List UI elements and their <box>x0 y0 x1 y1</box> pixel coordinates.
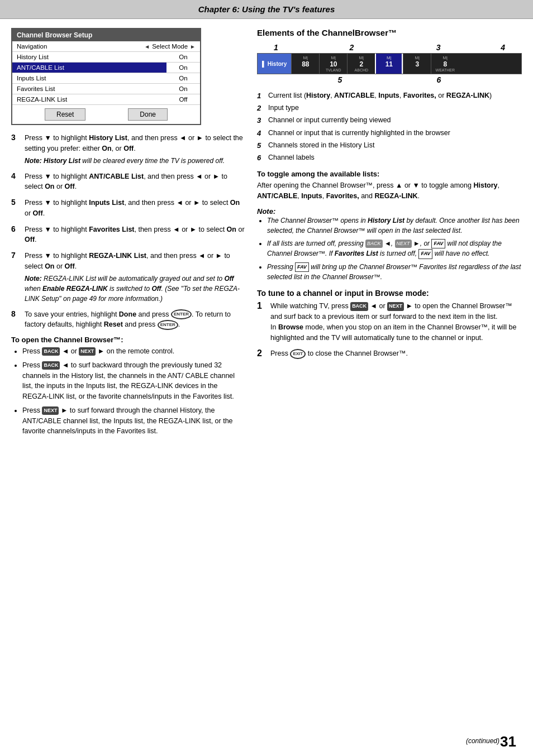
cell-11-num: 11 <box>386 60 393 68</box>
cell-2-num: 2 <box>359 60 363 68</box>
label-3: 3 <box>436 43 441 52</box>
step-6: 6 Press ▼ to highlight Favorites List, t… <box>11 224 246 246</box>
setup-row-regza: REGZA-LINK List Off <box>12 94 200 105</box>
note-section: Note: The Channel Browser™ opens in Hist… <box>257 207 522 283</box>
cell-88-num: 88 <box>302 60 309 68</box>
section-title: Elements of the ChannelBrowser™ <box>257 28 522 37</box>
step-5-num: 5 <box>11 198 21 219</box>
cell-2: M| 2 ABCHD <box>347 54 375 74</box>
setup-row-history: History List On <box>12 52 200 63</box>
cell-11-label <box>388 68 389 72</box>
page-number: 31 <box>500 733 516 750</box>
inputs-list-label: Inputs List <box>12 73 166 83</box>
navigation-mode: Select Mode <box>152 43 188 50</box>
cell-2-input: M| <box>359 55 364 60</box>
elem-num-4: 4 <box>257 128 265 138</box>
nav-right-arrow: ► <box>190 44 196 50</box>
setup-row-navigation: Navigation ◄ Select Mode ► <box>12 41 200 52</box>
browser-bar: ▌ History M| 88 M| 10 TVLAND <box>257 53 522 74</box>
cell-88-input: M| <box>303 55 308 60</box>
step-5: 5 Press ▼ to highlight Inputs List, and … <box>11 198 246 219</box>
elem-text-3: Channel or input currently being viewed <box>268 116 391 126</box>
cell-3-label <box>417 68 418 72</box>
step-8-num: 8 <box>11 309 21 331</box>
cell-10: M| 10 TVLAND <box>319 54 347 74</box>
elem-text-4: Channel or input that is currently highl… <box>268 128 450 138</box>
step-7-note: Note: REGZA-LINK List will be automatica… <box>25 274 246 304</box>
page-header: Chapter 6: Using the TV's features <box>0 0 533 19</box>
back-icon: BACK <box>42 347 60 356</box>
favorites-list-value: On <box>166 85 200 92</box>
setup-row-antcable: ANT/CABLE List On <box>12 63 200 73</box>
note-bullet-2: If all lists are turned off, pressing BA… <box>267 238 522 259</box>
step-3-content: Press ▼ to highlight History List, and t… <box>25 133 246 166</box>
regza-list-value: Off <box>166 96 200 103</box>
element-4: 4 Channel or input that is currently hig… <box>257 128 522 138</box>
cell-11: M| 11 <box>375 54 403 74</box>
antcable-list-label: ANT/CABLE List <box>12 63 166 73</box>
step-8: 8 To save your entries, highlight Done a… <box>11 309 246 331</box>
back-icon-tune: BACK <box>350 302 368 311</box>
cell-88: M| 88 <box>291 54 319 74</box>
cell-3-input: M| <box>415 55 420 60</box>
fav-icon-2: FAV <box>418 249 432 259</box>
cell-8: M| 8 WEATHER <box>431 54 459 74</box>
elem-text-6: Channel labels <box>268 153 315 163</box>
tune-step-1: 1 While watching TV, press BACK ◄ or NEX… <box>257 301 522 343</box>
nav-left-arrow: ◄ <box>144 44 150 50</box>
step-3-num: 3 <box>11 133 21 166</box>
label-4: 4 <box>501 43 505 52</box>
tune-title: To tune to a channel or input in Browse … <box>257 289 522 298</box>
fav-icon-3: FAV <box>295 262 309 272</box>
next-icon-inline: NEXT <box>395 240 412 248</box>
history-list-label: History List <box>12 52 166 62</box>
browser-cells: M| 88 M| 10 TVLAND M| 2 ABCHD <box>291 54 521 74</box>
reset-button[interactable]: Reset <box>45 108 85 121</box>
antcable-list-value: On <box>166 64 200 71</box>
note-bullet-3: Pressing FAV will bring up the Channel B… <box>267 262 522 283</box>
setup-buttons-row: Reset Done <box>12 105 200 124</box>
setup-table: Channel Browser Setup Navigation ◄ Selec… <box>11 28 201 125</box>
cell-8-label: WEATHER <box>436 68 455 72</box>
note-label: Note: <box>257 207 522 216</box>
note-bullet-1: The Channel Browser™ opens in History Li… <box>267 216 522 236</box>
continued-label: (continued) <box>466 737 499 745</box>
setup-table-title: Channel Browser Setup <box>12 29 200 41</box>
done-button[interactable]: Done <box>128 108 168 121</box>
elements-list: 1 Current list (History, ANT/CABLE, Inpu… <box>257 91 522 163</box>
left-column: Channel Browser Setup Navigation ◄ Selec… <box>11 28 246 442</box>
tune-step-1-content: While watching TV, press BACK ◄ or NEXT … <box>270 301 522 343</box>
toggle-title: To toggle among the available lists: <box>257 170 522 178</box>
elem-num-5: 5 <box>257 141 265 151</box>
history-list-value: On <box>166 54 200 60</box>
cell-10-input: M| <box>331 55 336 60</box>
tune-step-2: 2 Press EXIT to close the Channel Browse… <box>257 348 522 359</box>
cell-3-num: 3 <box>415 60 419 68</box>
back-icon-inline: BACK <box>365 240 383 248</box>
favorites-list-label: Favorites List <box>12 84 166 94</box>
bullet-1: Press BACK ◄ or NEXT ► on the remote con… <box>22 346 246 357</box>
step-8-content: To save your entries, highlight Done and… <box>25 309 246 331</box>
toggle-section: To toggle among the available lists: Aft… <box>257 170 522 202</box>
step-3-note: Note: History List will be cleared every… <box>25 156 246 166</box>
cell-8-input: M| <box>442 55 448 60</box>
enter-icon-2: ENTER <box>158 320 178 330</box>
enter-icon: ENTER <box>171 309 192 319</box>
tune-step-1-num: 1 <box>257 301 267 343</box>
diagram-top-labels: 1 2 3 4 <box>257 43 522 53</box>
step-6-content: Press ▼ to highlight Favorites List, the… <box>25 224 246 246</box>
bullet-3: Press NEXT ► to surf forward through the… <box>22 405 246 437</box>
element-2: 2 Input type <box>257 103 522 113</box>
elem-num-1: 1 <box>257 91 265 101</box>
tune-section: To tune to a channel or input in Browse … <box>257 289 522 359</box>
label-2: 2 <box>349 43 354 52</box>
navigation-label: Navigation <box>12 41 140 51</box>
inputs-list-value: On <box>166 75 200 82</box>
step-4-content: Press ▼ to highlight ANT/CABLE List, and… <box>25 171 246 193</box>
back-icon-2: BACK <box>42 361 60 370</box>
fav-icon: FAV <box>431 239 445 249</box>
step-3: 3 Press ▼ to highlight History List, and… <box>11 133 246 166</box>
history-tab: ▌ History <box>258 54 291 74</box>
element-3: 3 Channel or input currently being viewe… <box>257 116 522 126</box>
elem-text-2: Input type <box>268 103 299 113</box>
